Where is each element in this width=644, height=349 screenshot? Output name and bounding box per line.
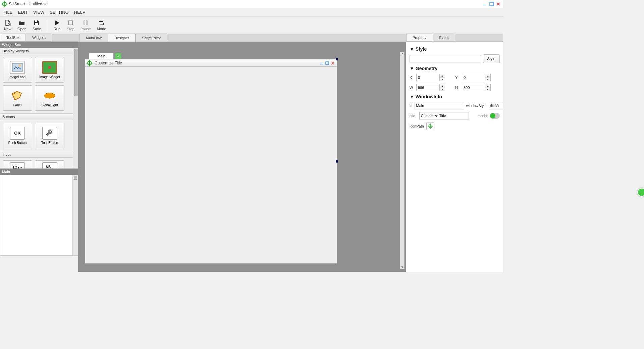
save-icon: [33, 19, 40, 26]
spinner-down-icon[interactable]: ▼: [439, 78, 445, 81]
modal-label: modal: [471, 114, 488, 118]
svg-rect-8: [12, 63, 22, 71]
spinner-down-icon[interactable]: ▼: [439, 88, 445, 91]
svg-rect-14: [326, 62, 329, 64]
tree-body[interactable]: [0, 175, 78, 256]
windowstyle-combo[interactable]: titleVisia ▼: [489, 102, 503, 109]
design-window[interactable]: Customize Title: [85, 59, 337, 264]
iconpath-button[interactable]: [426, 122, 434, 130]
window-title: SciSmart - Untitled.sci: [9, 2, 48, 6]
section-input[interactable]: Input: [0, 151, 78, 158]
pause-icon: [82, 19, 89, 26]
save-button[interactable]: Save: [33, 19, 41, 31]
menu-edit[interactable]: EDIT: [18, 10, 28, 15]
section-geometry[interactable]: ▼ Geometry: [410, 66, 500, 71]
textinput-icon: AB𝙸: [42, 162, 57, 168]
tab-mainflow[interactable]: MainFlow: [79, 34, 108, 42]
widget-numeric-input[interactable]: 1.2▲▼: [3, 160, 32, 168]
id-label: id: [410, 104, 413, 108]
windowstyle-value: titleVisia: [489, 104, 499, 108]
tab-property[interactable]: Property: [406, 34, 433, 41]
design-tab-main[interactable]: Main: [89, 53, 114, 59]
widget-imagewidget[interactable]: Image Widget: [35, 57, 64, 83]
tab-designer[interactable]: Designer: [108, 34, 136, 42]
spinner-up-icon[interactable]: ▲: [439, 74, 445, 78]
x-spinner[interactable]: ▲▼: [416, 74, 445, 81]
minimize-button[interactable]: [482, 2, 488, 6]
tree-root[interactable]: Main: [0, 169, 78, 175]
tab-toolbox[interactable]: ToolBox: [0, 34, 26, 41]
left-tabs: ToolBox Widgets: [0, 34, 78, 42]
svg-point-12: [44, 93, 55, 98]
style-button[interactable]: Style: [483, 54, 500, 63]
section-geometry-label: Geometry: [416, 66, 437, 71]
center-tabs: MainFlow Designer ScriptEditor: [78, 34, 406, 42]
section-windowinfo[interactable]: ▼ WindowInfo: [410, 94, 500, 99]
close-button[interactable]: [496, 2, 501, 6]
section-buttons[interactable]: Buttons: [0, 113, 78, 120]
selection-handle[interactable]: [336, 160, 338, 163]
h-input[interactable]: [462, 84, 485, 91]
svg-rect-4: [35, 23, 38, 25]
widget-imagelabel-label: ImageLabel: [9, 75, 26, 79]
widget-imagelabel[interactable]: ImageLabel: [3, 57, 32, 83]
spinner-down-icon[interactable]: ▼: [485, 88, 490, 91]
y-spinner[interactable]: ▲▼: [462, 74, 491, 81]
tab-scripteditor[interactable]: ScriptEditor: [136, 34, 167, 42]
spinner-up-icon[interactable]: ▲: [485, 74, 490, 78]
w-input[interactable]: [417, 84, 439, 91]
mode-button[interactable]: Mode: [97, 19, 106, 31]
menu-file[interactable]: FILE: [3, 10, 12, 15]
widget-label[interactable]: Label: [3, 85, 32, 111]
toolbox-scrollbar[interactable]: [73, 48, 78, 168]
widget-text-input[interactable]: AB𝙸: [35, 160, 64, 168]
add-tab-button[interactable]: +: [115, 53, 121, 59]
property-panel: ▼ Style Style ▼ Geometry X ▲▼ Y ▲▼ W ▲▼: [406, 42, 503, 272]
design-close-icon[interactable]: [331, 61, 335, 65]
designer-canvas[interactable]: Main + Customize Title: [78, 42, 406, 272]
spinner-down-icon[interactable]: ▼: [485, 78, 490, 81]
open-button[interactable]: Open: [17, 19, 26, 31]
canvas-scrollbar[interactable]: ▲ ▼: [400, 52, 405, 269]
section-style[interactable]: ▼ Style: [410, 46, 500, 52]
tree-scrollbar[interactable]: [72, 175, 78, 255]
h-spinner[interactable]: ▲▼: [462, 84, 491, 91]
run-button[interactable]: Run: [53, 19, 61, 31]
svg-rect-7: [86, 21, 87, 25]
menu-help[interactable]: HELP: [74, 10, 86, 15]
y-input[interactable]: [462, 74, 485, 81]
style-input[interactable]: [410, 55, 481, 62]
spinner-up-icon[interactable]: ▲: [439, 84, 445, 88]
x-input[interactable]: [417, 74, 439, 81]
title-input[interactable]: [419, 112, 469, 119]
widget-toolbutton[interactable]: Tool Button: [35, 123, 64, 148]
design-min-icon[interactable]: [320, 61, 324, 65]
open-label: Open: [17, 27, 26, 31]
svg-point-9: [19, 64, 21, 66]
section-style-label: Style: [416, 46, 427, 52]
menu-setting[interactable]: SETTING: [50, 10, 68, 15]
widget-signallight-label: SignalLight: [41, 103, 58, 107]
widget-pushbutton[interactable]: OK Push Button: [3, 123, 32, 148]
stop-label: Stop: [67, 27, 74, 31]
toolbutton-icon: [42, 127, 57, 140]
id-input[interactable]: [415, 102, 464, 109]
tab-event[interactable]: Event: [433, 34, 455, 41]
imagewidget-icon: [42, 61, 57, 74]
widget-toolbutton-label: Tool Button: [41, 141, 58, 145]
widget-label-label: Label: [13, 103, 21, 107]
selection-handle[interactable]: [336, 58, 338, 60]
new-button[interactable]: New: [4, 19, 11, 31]
menu-view[interactable]: VIEW: [33, 10, 44, 15]
design-window-icon: [87, 61, 92, 65]
window-titlebar: SciSmart - Untitled.sci: [0, 0, 503, 8]
section-display-widgets[interactable]: Display Widgets: [0, 48, 78, 54]
y-label: Y: [455, 76, 460, 80]
tab-widgets[interactable]: Widgets: [26, 34, 52, 41]
spinner-up-icon[interactable]: ▲: [485, 84, 490, 88]
maximize-button[interactable]: [489, 2, 494, 6]
design-max-icon[interactable]: [325, 61, 329, 65]
modal-toggle[interactable]: [490, 113, 500, 119]
w-spinner[interactable]: ▲▼: [416, 84, 445, 91]
widget-signallight[interactable]: SignalLight: [35, 85, 64, 111]
